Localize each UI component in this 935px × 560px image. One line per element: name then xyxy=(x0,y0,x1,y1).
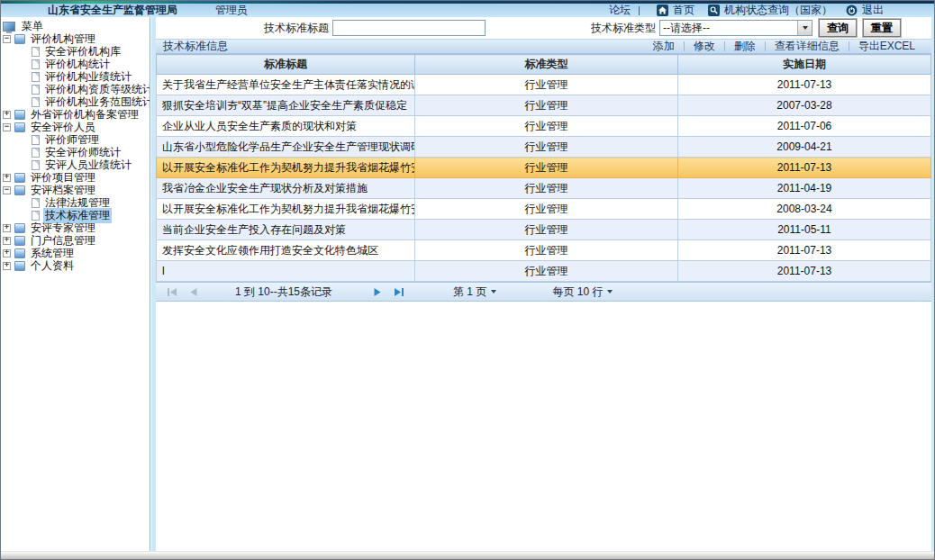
column-header-type[interactable]: 标准类型 xyxy=(415,55,678,75)
cell-type[interactable]: 行业管理 xyxy=(415,75,678,95)
org-title: 山东省安全生产监督管理局 xyxy=(48,3,177,18)
folder-icon xyxy=(14,110,25,120)
expand-icon[interactable]: + xyxy=(3,262,11,270)
cell-title[interactable]: l xyxy=(157,261,415,282)
table-row[interactable]: 以开展安全标准化工作为契机努力提升我省烟花爆竹安全管理水平行业管理2008-03… xyxy=(157,199,931,220)
cell-type[interactable]: 行业管理 xyxy=(415,178,678,199)
sidebar-item-label[interactable]: 个人资料 xyxy=(29,258,76,274)
toolbar-action-view-detail[interactable]: 查看详细信息 xyxy=(766,39,849,54)
org-status-search-icon[interactable] xyxy=(708,5,720,16)
app-window: 山东省安全生产监督管理局 管理员 论坛 首页 机构状态查询（国家） 退出 xyxy=(0,0,935,560)
section-title: 技术标准信息 xyxy=(156,39,228,54)
expand-icon[interactable]: + xyxy=(3,224,11,232)
top-nav: 论坛 首页 机构状态查询（国家） 退出 xyxy=(609,3,934,18)
expand-icon[interactable]: + xyxy=(3,237,11,245)
expand-icon[interactable]: + xyxy=(3,249,11,257)
sidebar-item[interactable]: +个人资料 xyxy=(1,259,150,272)
first-page-button[interactable] xyxy=(165,285,179,299)
cell-date[interactable]: 2009-04-21 xyxy=(678,137,931,158)
toolbar-action-edit[interactable]: 修改 xyxy=(685,39,724,54)
document-icon xyxy=(32,72,40,82)
toolbar-action-export-excel[interactable]: 导出EXCEL xyxy=(849,39,924,54)
folder-icon xyxy=(14,185,25,195)
home-icon[interactable] xyxy=(657,5,668,16)
column-header-date[interactable]: 实施日期 xyxy=(678,55,931,75)
cell-type[interactable]: 行业管理 xyxy=(415,199,678,220)
standard-type-label: 技术标准类型 xyxy=(591,21,656,36)
folder-icon xyxy=(14,261,25,271)
reset-button[interactable]: 重置 xyxy=(863,19,901,37)
cell-date[interactable]: 2011-07-13 xyxy=(678,261,931,282)
expand-icon[interactable]: + xyxy=(3,174,11,182)
right-edge-strip xyxy=(931,17,934,551)
page-size-select[interactable]: 每页 10 行 xyxy=(552,285,613,300)
cell-type[interactable]: 行业管理 xyxy=(415,95,678,116)
forum-link[interactable]: 论坛 xyxy=(609,3,631,18)
cell-title[interactable]: 企业从业人员安全生产素质的现状和对策 xyxy=(157,116,415,137)
prev-page-button[interactable] xyxy=(186,285,201,299)
query-button[interactable]: 查询 xyxy=(819,19,857,37)
table-row[interactable]: 发挥安全文化应领作用打造安全文化特色城区行业管理2011-07-13 xyxy=(157,240,931,261)
top-header: 山东省安全生产监督管理局 管理员 论坛 首页 机构状态查询（国家） 退出 xyxy=(1,1,934,17)
next-page-button[interactable] xyxy=(370,285,385,299)
cell-type[interactable]: 行业管理 xyxy=(415,137,678,158)
logout-icon[interactable] xyxy=(846,5,858,16)
document-icon xyxy=(32,198,40,208)
page-size-label: 每页 10 行 xyxy=(552,285,603,300)
table-row[interactable]: 当前企业安全生产投入存在问题及对策行业管理2011-05-11 xyxy=(157,220,931,240)
toolbar-actions: 添加修改删除查看详细信息导出EXCEL xyxy=(644,39,931,54)
toolbar-action-add[interactable]: 添加 xyxy=(644,39,684,54)
home-link[interactable]: 首页 xyxy=(673,3,694,18)
logout-link[interactable]: 退出 xyxy=(862,3,884,18)
collapse-icon[interactable]: − xyxy=(3,35,11,43)
table-row[interactable]: l行业管理2011-07-13 xyxy=(157,261,931,282)
standard-title-input[interactable] xyxy=(332,20,486,36)
table-row[interactable]: 山东省小型危险化学品生产企业安全生产管理现状调研报告行业管理2009-04-21 xyxy=(157,137,931,158)
table-header-row: 标准标题 标准类型 实施日期 xyxy=(157,55,931,75)
document-icon xyxy=(32,211,40,221)
cell-title[interactable]: 关于我省生产经营单位安全生产主体责任落实情况的调研报告 xyxy=(157,75,415,95)
collapse-icon[interactable]: − xyxy=(3,186,11,194)
page-select[interactable]: 第 1 页 xyxy=(453,285,496,300)
document-icon xyxy=(32,135,40,145)
cell-type[interactable]: 行业管理 xyxy=(415,220,678,240)
cell-date[interactable]: 2008-03-24 xyxy=(678,199,931,220)
cell-title[interactable]: 以开展安全标准化工作为契机努力提升我省烟花爆竹安全管理水平 xyxy=(157,199,415,220)
standard-type-select[interactable]: --请选择-- xyxy=(659,20,812,36)
table-row[interactable]: 企业从业人员安全生产素质的现状和对策行业管理2011-07-06 xyxy=(157,116,931,137)
cell-date[interactable]: 2011-04-19 xyxy=(678,178,931,199)
org-status-link[interactable]: 机构状态查询（国家） xyxy=(724,3,832,18)
page-select-label: 第 1 页 xyxy=(453,285,486,300)
cell-type[interactable]: 行业管理 xyxy=(415,158,678,178)
cell-title[interactable]: 山东省小型危险化学品生产企业安全生产管理现状调研报告 xyxy=(157,137,415,158)
standards-table-body: 关于我省生产经营单位安全生产主体责任落实情况的调研报告行业管理2011-07-1… xyxy=(157,75,931,282)
cell-date[interactable]: 2011-07-13 xyxy=(678,75,931,95)
cell-title[interactable]: 狠抓安全培训夯“双基”提高企业安全生产素质促稳定 xyxy=(157,95,415,116)
table-row[interactable]: 我省冶金企业安全生产现状分析及对策措施行业管理2011-04-19 xyxy=(157,178,931,199)
cell-title[interactable]: 我省冶金企业安全生产现状分析及对策措施 xyxy=(157,178,415,199)
cell-title[interactable]: 以开展安全标准化工作为契机努力提升我省烟花爆竹安全管理水平 xyxy=(157,158,415,178)
table-row[interactable]: 以开展安全标准化工作为契机努力提升我省烟花爆竹安全管理水平行业管理2011-07… xyxy=(157,158,931,178)
collapse-icon[interactable]: − xyxy=(3,123,11,131)
cell-type[interactable]: 行业管理 xyxy=(415,116,678,137)
expand-icon[interactable]: + xyxy=(3,111,11,119)
cell-type[interactable]: 行业管理 xyxy=(415,240,678,261)
column-header-title[interactable]: 标准标题 xyxy=(157,55,415,75)
pagination-bar: 1 到 10--共15条记录 第 1 页 每页 10 行 xyxy=(156,282,931,302)
cell-date[interactable]: 2011-07-13 xyxy=(678,158,931,178)
chevron-down-icon[interactable] xyxy=(797,21,812,35)
cell-date[interactable]: 2007-03-28 xyxy=(678,95,931,116)
cell-date[interactable]: 2011-07-13 xyxy=(678,240,931,261)
folder-icon xyxy=(14,223,25,233)
cell-date[interactable]: 2011-05-11 xyxy=(678,220,931,240)
last-page-button[interactable] xyxy=(392,285,406,299)
cell-title[interactable]: 发挥安全文化应领作用打造安全文化特色城区 xyxy=(157,240,415,261)
search-bar: 技术标准标题 技术标准类型 --请选择-- 查询 重置 xyxy=(156,17,931,39)
toolbar-action-delete[interactable]: 删除 xyxy=(725,39,765,54)
folder-icon xyxy=(14,34,25,44)
cell-title[interactable]: 当前企业安全生产投入存在问题及对策 xyxy=(157,220,415,240)
table-row[interactable]: 狠抓安全培训夯“双基”提高企业安全生产素质促稳定行业管理2007-03-28 xyxy=(157,95,931,116)
table-row[interactable]: 关于我省生产经营单位安全生产主体责任落实情况的调研报告行业管理2011-07-1… xyxy=(157,75,931,95)
cell-date[interactable]: 2011-07-06 xyxy=(678,116,931,137)
cell-type[interactable]: 行业管理 xyxy=(415,261,678,282)
